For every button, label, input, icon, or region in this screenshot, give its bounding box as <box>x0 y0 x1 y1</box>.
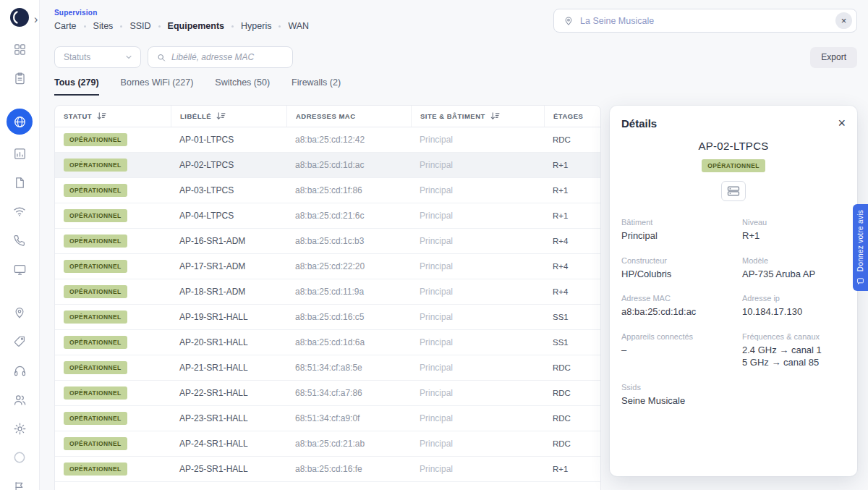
status-cell: OPÉRATIONNEL <box>55 133 171 146</box>
label-cell: AP-22-SR1-HALL <box>171 388 286 398</box>
sidebar-item-tags[interactable] <box>13 334 26 349</box>
status-cell: OPÉRATIONNEL <box>55 184 171 197</box>
table-row[interactable]: OPÉRATIONNELAP-02-LTPCSa8:ba:25:cd:1d:ac… <box>55 153 600 178</box>
breadcrumb-item-wan[interactable]: WAN <box>288 21 309 31</box>
sidebar-nav <box>0 42 39 490</box>
mac-cell: a8:ba:25:cd:16:c5 <box>286 312 411 322</box>
sidebar-item-brand[interactable] <box>12 450 27 465</box>
tab-switches-50[interactable]: Switches (50) <box>215 77 270 96</box>
table-row[interactable]: OPÉRATIONNELAP-23-SR1-HALL68:51:34:cf:a9… <box>55 406 600 431</box>
sidebar-item-flag[interactable] <box>13 480 26 490</box>
status-badge: OPÉRATIONNEL <box>702 159 765 172</box>
label-cell: AP-25-SR1-HALL <box>171 464 286 474</box>
sidebar-item-analytics[interactable] <box>13 146 27 161</box>
status-cell: OPÉRATIONNEL <box>55 412 171 425</box>
status-badge: OPÉRATIONNEL <box>64 209 127 222</box>
field-label: Adresse ip <box>742 294 846 303</box>
brand-ring-icon <box>12 450 27 465</box>
table-row[interactable]: OPÉRATIONNELAP-01-LTPCSa8:ba:25:cd:12:42… <box>55 127 600 153</box>
table-row[interactable]: OPÉRATIONNELAP-20-SR1-HALLa8:ba:25:cd:1d… <box>55 330 600 355</box>
floor-cell: R+1 <box>544 161 600 169</box>
details-panel: Détails × AP-02-LTPCS OPÉRATIONNEL Bâtim… <box>610 106 857 476</box>
app-logo[interactable] <box>9 7 30 30</box>
sidebar-item-wifi[interactable] <box>12 204 27 219</box>
sidebar-item-dashboard[interactable] <box>13 42 27 56</box>
field-value: – <box>621 344 735 357</box>
sidebar-item-locations[interactable] <box>13 305 26 320</box>
field-frequences-canaux: Fréquences & canaux2.4 GHz → canal 15 GH… <box>742 332 846 369</box>
feedback-label: Donnez votre avis <box>856 210 864 271</box>
status-filter-dropdown[interactable]: Statuts <box>54 46 141 68</box>
sidebar-item-inventory[interactable] <box>13 71 27 85</box>
site-cell: Principal <box>411 261 544 271</box>
table-row[interactable]: OPÉRATIONNELAP-21-SR1-HALL68:51:34:cf:a8… <box>55 355 600 381</box>
column-label: Statut <box>64 112 92 120</box>
tab-firewalls-2[interactable]: Firewalls (2) <box>292 77 341 96</box>
site-cell: Principal <box>411 337 544 347</box>
status-cell: OPÉRATIONNEL <box>55 209 171 222</box>
column-header-site[interactable]: Site & Bâtiment <box>411 106 544 127</box>
equipment-search-field[interactable] <box>148 46 293 68</box>
breadcrumb-item-hyperis[interactable]: Hyperis <box>241 21 271 31</box>
status-cell: OPÉRATIONNEL <box>55 260 171 273</box>
column-label: Site & Bâtiment <box>420 112 485 120</box>
table-row[interactable]: OPÉRATIONNELAP-22-SR1-HALL68:51:34:cf:a7… <box>55 381 600 406</box>
section-label: Supervision <box>54 9 97 17</box>
label-cell: AP-02-LTPCS <box>171 160 286 170</box>
sidebar-item-settings[interactable] <box>13 421 27 436</box>
status-filter-label: Statuts <box>64 52 90 62</box>
sort-icon[interactable] <box>490 112 500 120</box>
sort-icon[interactable] <box>97 112 106 120</box>
sidebar-item-devices[interactable] <box>13 262 27 276</box>
table-row[interactable]: OPÉRATIONNELAP-18-SR1-ADMa8:ba:25:cd:11:… <box>55 279 600 305</box>
status-cell: OPÉRATIONNEL <box>55 336 171 349</box>
table-row[interactable]: OPÉRATIONNELAP-19-SR1-HALLa8:ba:25:cd:16… <box>55 305 600 330</box>
tab-bornes-wifi-227[interactable]: Bornes WiFi (227) <box>121 77 194 96</box>
sidebar-item-network[interactable] <box>7 109 33 135</box>
column-header-statut[interactable]: Statut <box>55 106 171 127</box>
table-row[interactable]: OPÉRATIONNELAP-16-SR1-ADMa8:ba:25:cd:1c:… <box>55 229 600 254</box>
close-icon[interactable]: × <box>838 117 846 130</box>
table-row[interactable]: OPÉRATIONNELAP-25-SR1-HALLa8:ba:25:cd:16… <box>55 457 600 482</box>
sidebar-item-documents[interactable] <box>13 175 27 190</box>
breadcrumb-item-sites[interactable]: Sites <box>93 21 114 31</box>
sidebar-item-support[interactable] <box>13 363 27 378</box>
sidebar-item-telephony[interactable] <box>13 233 26 248</box>
table-row[interactable]: OPÉRATIONNELAP-03-LTPCSa8:ba:25:cd:1f:86… <box>55 178 600 203</box>
field-appareils-connectes: Appareils connectés– <box>621 332 735 369</box>
site-cell: Principal <box>411 211 544 221</box>
sort-icon[interactable] <box>216 112 226 120</box>
status-badge: OPÉRATIONNEL <box>64 133 127 146</box>
tab-tous-279[interactable]: Tous (279) <box>54 77 99 96</box>
site-search-input[interactable] <box>580 16 829 26</box>
status-cell: OPÉRATIONNEL <box>55 386 171 400</box>
clear-site-search-button[interactable]: × <box>835 12 852 29</box>
access-point-icon[interactable] <box>721 181 746 201</box>
breadcrumb-item-equipements[interactable]: Equipements <box>168 21 225 31</box>
floor-cell: R+1 <box>544 211 600 220</box>
tag-icon <box>13 335 26 348</box>
label-cell: AP-21-SR1-HALL <box>171 363 286 373</box>
sidebar-item-users[interactable] <box>13 392 27 407</box>
sidebar-expand-chevron[interactable]: › <box>34 14 38 25</box>
table-row[interactable]: OPÉRATIONNELAP-24-SR1-HALLa8:ba:25:cd:21… <box>55 431 600 457</box>
breadcrumb-item-ssid[interactable]: SSID <box>129 21 150 31</box>
field-label: Ssids <box>621 383 735 392</box>
floor-cell: RDC <box>544 389 600 397</box>
mac-cell: a8:ba:25:cd:1c:b3 <box>286 236 411 246</box>
column-header-libelle[interactable]: Libéllé <box>171 106 286 127</box>
equipment-search-input[interactable] <box>171 52 284 62</box>
breadcrumb-item-carte[interactable]: Carte <box>54 21 77 31</box>
site-cell: Principal <box>411 236 544 246</box>
mac-cell: a8:ba:25:cd:11:9a <box>286 287 411 297</box>
field-value: AP-735 Aruba AP <box>742 268 846 281</box>
status-badge: OPÉRATIONNEL <box>64 235 127 248</box>
export-button[interactable]: Export <box>810 47 857 68</box>
site-search-box[interactable]: × <box>553 9 857 33</box>
device-status-wrap: OPÉRATIONNEL <box>621 158 846 172</box>
table-row[interactable]: OPÉRATIONNELAP-17-SR1-ADMa8:ba:25:cd:22:… <box>55 254 600 279</box>
table-row[interactable]: OPÉRATIONNELAP-04-LTPCSa8:ba:25:cd:21:6c… <box>55 203 600 229</box>
feedback-tab[interactable]: Donnez votre avis <box>853 204 868 291</box>
status-badge: OPÉRATIONNEL <box>64 462 127 476</box>
mac-cell: a8:ba:25:cd:12:42 <box>286 135 411 145</box>
